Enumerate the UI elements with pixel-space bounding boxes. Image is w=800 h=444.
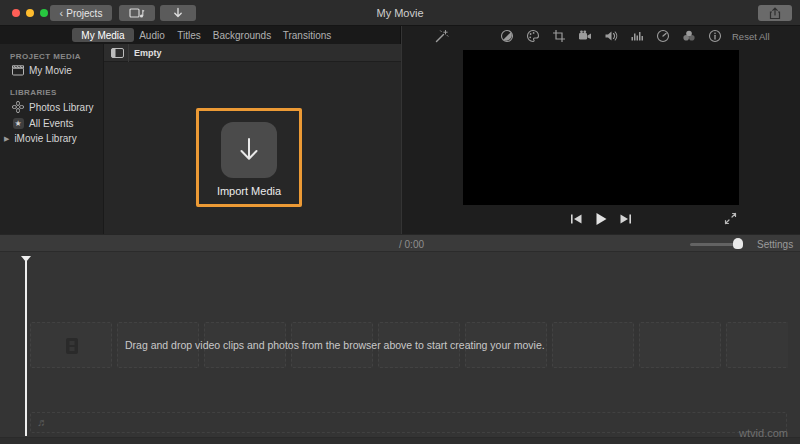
media-tabs: My Media Audio Titles Backgrounds Transi… xyxy=(0,26,400,44)
clapboard-icon xyxy=(12,64,24,76)
filmstrip-icon xyxy=(65,337,79,355)
browser-empty-label: Empty xyxy=(134,48,162,58)
enhance-wand-icon[interactable] xyxy=(434,29,449,44)
timeline-footer xyxy=(0,437,800,444)
media-browser-icon xyxy=(129,7,145,19)
tab-my-media[interactable]: My Media xyxy=(72,28,134,42)
import-media-button[interactable] xyxy=(221,122,277,178)
tab-titles[interactable]: Titles xyxy=(171,26,207,44)
sidebar-item-photos-library[interactable]: Photos Library xyxy=(12,101,93,113)
zoom-slider-thumb[interactable] xyxy=(733,238,743,249)
volume-speaker-icon[interactable] xyxy=(604,29,618,43)
photos-flower-icon xyxy=(12,101,24,113)
crop-icon[interactable] xyxy=(552,29,566,43)
download-arrow-icon xyxy=(236,136,262,164)
clip-placeholder[interactable] xyxy=(726,322,788,368)
noise-reduction-eq-icon[interactable] xyxy=(630,29,644,43)
speed-gauge-icon[interactable] xyxy=(656,29,670,43)
sidebar-item-imovie-library[interactable]: ▶ iMovie Library xyxy=(4,133,77,144)
header-divider xyxy=(128,44,129,62)
sidebar-item-label: All Events xyxy=(29,118,73,129)
music-note-icon: ♬ xyxy=(37,416,48,428)
watermark-text: wtvid.com xyxy=(739,427,788,439)
skip-forward-button[interactable] xyxy=(619,213,632,225)
minimize-window-button[interactable] xyxy=(26,9,34,17)
tab-transitions[interactable]: Transitions xyxy=(276,26,338,44)
libraries-header: LIBRARIES xyxy=(10,88,57,97)
clip-placeholder[interactable] xyxy=(30,322,112,368)
project-media-header: PROJECT MEDIA xyxy=(10,52,81,61)
sidebar-item-label: My Movie xyxy=(29,65,72,76)
effects-clouds-icon[interactable] xyxy=(682,29,696,43)
titlebar: ‹ Projects My Movie xyxy=(0,0,800,26)
time-display: / 0:00 xyxy=(399,239,424,250)
clip-placeholder[interactable] xyxy=(552,322,634,368)
reset-all-button[interactable]: Reset All xyxy=(732,31,770,42)
timeline-area[interactable]: Drag and drop video clips and photos fro… xyxy=(0,253,800,444)
projects-button-label: Projects xyxy=(66,8,102,19)
import-media-label: Import Media xyxy=(217,185,281,197)
fullscreen-icon[interactable] xyxy=(724,212,737,225)
sidebar-item-label: Photos Library xyxy=(29,102,93,113)
sidebar-toggle-button[interactable] xyxy=(111,48,124,58)
transport-controls xyxy=(402,210,800,228)
settings-button[interactable]: Settings xyxy=(757,239,793,250)
disclosure-triangle-icon[interactable]: ▶ xyxy=(4,135,9,143)
media-pane: My Media Audio Titles Backgrounds Transi… xyxy=(0,26,401,234)
sidebar-item-all-events[interactable]: ★ All Events xyxy=(12,117,73,129)
media-browser-button[interactable] xyxy=(119,5,155,21)
close-window-button[interactable] xyxy=(12,9,20,17)
zoom-window-button[interactable] xyxy=(40,9,48,17)
projects-back-button[interactable]: ‹ Projects xyxy=(50,5,112,21)
stabilization-camera-icon[interactable] xyxy=(578,29,592,43)
import-highlight-annotation: Import Media xyxy=(196,108,302,207)
color-balance-icon[interactable] xyxy=(500,29,514,43)
clip-placeholder[interactable] xyxy=(639,322,721,368)
audio-track[interactable]: ♬ xyxy=(30,412,787,433)
star-badge-icon: ★ xyxy=(12,117,24,129)
sidebar-item-label: iMovie Library xyxy=(14,133,76,144)
media-browser-area: Import Media xyxy=(104,62,401,234)
chevron-left-icon: ‹ xyxy=(60,8,64,18)
timeline-toolbar: / 0:00 Settings xyxy=(0,234,800,252)
sidebar-item-my-movie[interactable]: My Movie xyxy=(12,64,72,76)
color-correction-palette-icon[interactable] xyxy=(526,29,540,43)
share-button[interactable] xyxy=(758,5,792,21)
imovie-window: ‹ Projects My Movie xyxy=(0,0,800,444)
tab-audio[interactable]: Audio xyxy=(134,26,170,44)
browser-header: Empty xyxy=(104,44,401,62)
viewer-pane: Reset All xyxy=(402,26,800,234)
info-icon[interactable] xyxy=(708,29,722,43)
timeline-zoom-slider[interactable] xyxy=(690,243,738,246)
video-preview[interactable] xyxy=(463,50,739,205)
share-icon xyxy=(769,7,781,20)
playhead-line[interactable] xyxy=(25,261,27,436)
play-button[interactable] xyxy=(594,212,608,226)
tab-backgrounds[interactable]: Backgrounds xyxy=(209,26,275,44)
timeline-placeholder-text: Drag and drop video clips and photos fro… xyxy=(125,339,545,351)
skip-back-button[interactable] xyxy=(570,213,583,225)
download-arrow-icon xyxy=(172,7,184,19)
import-toolbar-button[interactable] xyxy=(160,5,196,21)
adjust-toolbar xyxy=(500,29,722,43)
libraries-sidebar: PROJECT MEDIA My Movie LIBRARIES xyxy=(0,44,104,234)
